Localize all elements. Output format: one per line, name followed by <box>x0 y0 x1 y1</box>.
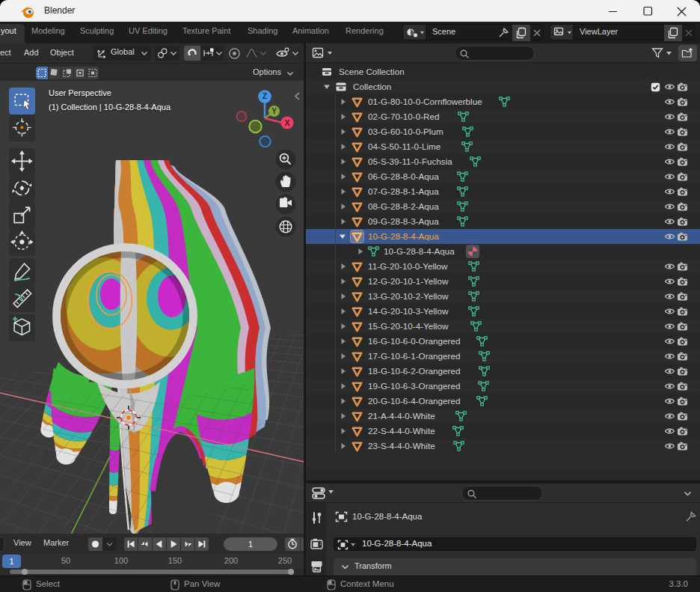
svg-text:X: X <box>284 118 289 127</box>
svg-text:Z: Z <box>262 91 268 100</box>
svg-text:Y: Y <box>271 107 277 115</box>
